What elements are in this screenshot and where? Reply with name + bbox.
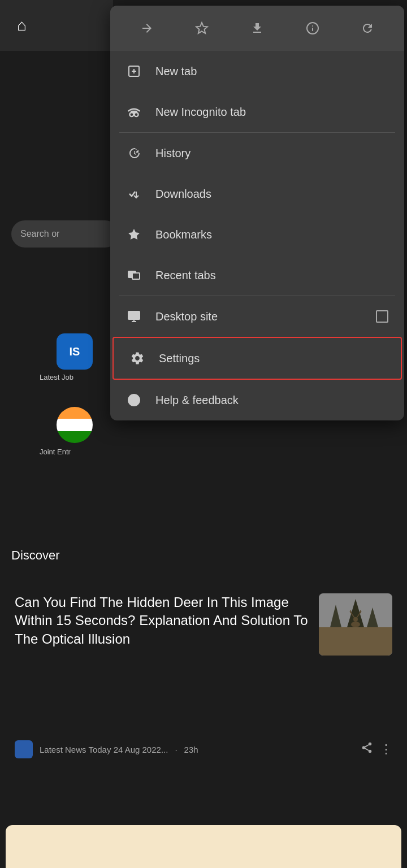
refresh-icon (361, 21, 374, 35)
app-icon-is[interactable]: IS (57, 333, 93, 370)
desktop-site-checkbox[interactable] (376, 310, 388, 323)
bookmarks-label: Bookmarks (155, 228, 388, 241)
new-tab-icon (126, 63, 142, 79)
svg-point-13 (369, 743, 372, 746)
menu-item-downloads[interactable]: Downloads (110, 173, 404, 214)
download-icon (250, 21, 264, 35)
history-icon (126, 145, 142, 161)
new-tab-label: New tab (155, 65, 388, 78)
svg-marker-27 (128, 229, 140, 240)
menu-item-recent-tabs[interactable]: Recent tabs (110, 255, 404, 296)
article-separator: · (175, 745, 177, 754)
refresh-button[interactable] (355, 16, 380, 41)
menu-item-history[interactable]: History (110, 133, 404, 173)
app-label-india: Joint Entr (40, 448, 107, 456)
search-bar[interactable]: Search or (11, 220, 119, 248)
desktop-site-label: Desktop site (155, 310, 362, 323)
article-title: Can You Find The Hidden Deer In This Ima… (15, 593, 310, 648)
download-button[interactable] (245, 16, 270, 41)
forward-icon (140, 21, 154, 35)
svg-point-15 (369, 750, 372, 753)
menu-item-new-tab[interactable]: New tab (110, 51, 404, 92)
svg-line-17 (365, 745, 369, 747)
app-icon-india[interactable] (57, 407, 93, 443)
help-icon (126, 392, 142, 408)
article-source: Latest News Today 24 Aug 2022... (40, 745, 168, 754)
help-label: Help & feedback (155, 394, 388, 407)
svg-rect-30 (128, 311, 140, 319)
bookmarks-icon (126, 227, 142, 242)
app-label-is: Latest Job (40, 373, 107, 381)
home-icon: ⌂ (17, 16, 27, 34)
recent-tabs-label: Recent tabs (155, 269, 388, 282)
discover-heading: Discover (11, 548, 60, 563)
settings-label: Settings (159, 352, 385, 365)
svg-line-16 (365, 748, 369, 750)
svg-point-6 (353, 617, 358, 622)
svg-rect-29 (132, 273, 140, 279)
menu-item-desktop-site[interactable]: Desktop site (110, 296, 404, 337)
downloads-icon (126, 186, 142, 202)
settings-icon (129, 350, 145, 366)
more-options-icon[interactable]: ⋮ (380, 742, 392, 757)
svg-rect-1 (319, 627, 392, 656)
forward-button[interactable] (135, 16, 159, 41)
top-bar: ⌂ (0, 0, 113, 51)
info-button[interactable] (300, 16, 325, 41)
menu-item-new-incognito[interactable]: New Incognito tab (110, 92, 404, 132)
svg-point-23 (129, 112, 133, 116)
svg-point-24 (135, 112, 138, 116)
recent-tabs-icon (126, 267, 142, 283)
article-time: 23h (184, 745, 198, 754)
source-icon (15, 740, 33, 758)
deer-image (319, 593, 392, 656)
menu-item-help[interactable]: Help & feedback (110, 380, 404, 420)
search-text: Search or (20, 229, 59, 239)
india-flag-mid (57, 419, 93, 431)
info-icon (306, 21, 319, 35)
menu-toolbar (110, 6, 404, 51)
incognito-icon (126, 104, 142, 120)
svg-point-14 (362, 746, 366, 749)
article-meta: Latest News Today 24 Aug 2022... · 23h ⋮ (6, 740, 401, 758)
svg-point-5 (351, 622, 360, 627)
article-text: Can You Find The Hidden Deer In This Ima… (15, 593, 310, 648)
desktop-site-icon (126, 309, 142, 324)
article-card[interactable]: Can You Find The Hidden Deer In This Ima… (6, 582, 401, 667)
menu-item-bookmarks[interactable]: Bookmarks (110, 214, 404, 255)
downloads-label: Downloads (155, 188, 388, 201)
article-thumbnail (319, 593, 392, 656)
new-incognito-label: New Incognito tab (155, 106, 388, 119)
context-menu: New tab New Incognito tab History (110, 6, 404, 420)
history-label: History (155, 147, 388, 160)
star-icon (195, 21, 209, 35)
bookmark-button[interactable] (189, 16, 214, 41)
share-icon[interactable] (361, 741, 373, 757)
bottom-card (6, 825, 401, 868)
menu-item-settings[interactable]: Settings (112, 337, 402, 380)
